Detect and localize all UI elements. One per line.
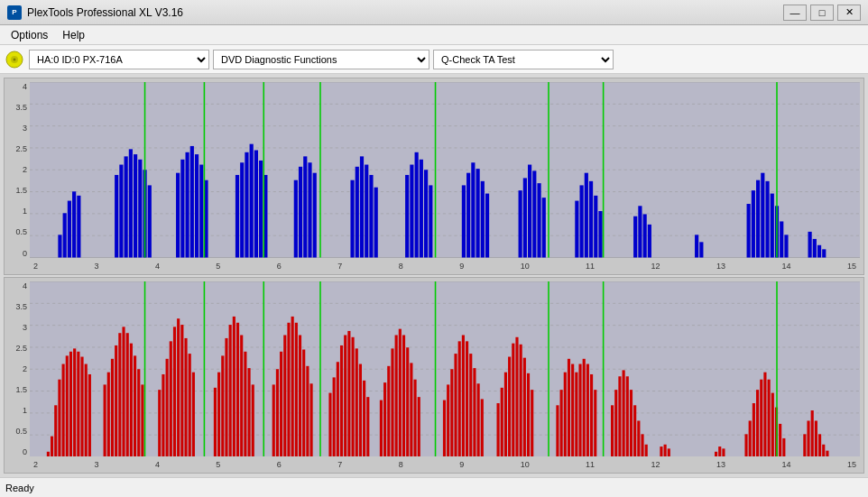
svg-rect-167	[310, 383, 313, 456]
svg-rect-139	[177, 318, 180, 456]
minimize-button[interactable]: —	[783, 5, 807, 21]
svg-rect-158	[276, 369, 279, 456]
svg-rect-151	[236, 322, 239, 456]
svg-rect-116	[69, 351, 72, 456]
svg-rect-141	[184, 337, 187, 456]
svg-rect-14	[68, 201, 71, 258]
svg-rect-186	[402, 335, 405, 456]
svg-rect-84	[648, 225, 651, 258]
svg-rect-217	[568, 358, 570, 456]
svg-rect-222	[586, 364, 589, 456]
close-button[interactable]: ✕	[837, 5, 861, 21]
svg-rect-138	[173, 327, 176, 456]
svg-rect-79	[598, 211, 602, 257]
svg-rect-77	[589, 181, 593, 258]
svg-rect-183	[391, 348, 393, 456]
svg-rect-114	[62, 364, 65, 456]
svg-rect-218	[571, 364, 574, 456]
svg-rect-137	[170, 341, 172, 456]
svg-rect-135	[162, 373, 164, 456]
svg-rect-89	[756, 180, 760, 258]
title-bar-title: PlexTools Professional XL V3.16	[27, 6, 183, 19]
svg-rect-26	[176, 173, 180, 258]
svg-rect-83	[643, 214, 647, 257]
svg-rect-76	[585, 173, 588, 258]
svg-rect-146	[217, 372, 220, 456]
svg-rect-28	[186, 152, 189, 258]
function-select[interactable]: DVD Diagnostic Functions	[213, 50, 429, 69]
svg-rect-37	[250, 144, 254, 258]
svg-rect-234	[641, 434, 643, 456]
svg-rect-247	[763, 372, 766, 456]
svg-rect-34	[235, 175, 239, 258]
svg-rect-155	[252, 384, 254, 456]
svg-rect-66	[485, 194, 489, 258]
svg-rect-24	[148, 185, 152, 257]
svg-rect-172	[340, 345, 343, 456]
svg-rect-122	[104, 384, 106, 456]
svg-rect-189	[414, 379, 417, 456]
drive-select[interactable]: HA:0 ID:0 PX-716A	[29, 50, 209, 69]
svg-rect-57	[420, 160, 423, 258]
svg-rect-187	[406, 347, 409, 456]
svg-rect-197	[462, 335, 465, 456]
svg-rect-143	[192, 372, 195, 456]
svg-rect-55	[410, 165, 413, 258]
svg-rect-18	[119, 165, 123, 258]
svg-rect-98	[813, 239, 817, 258]
svg-rect-259	[822, 444, 825, 456]
svg-rect-205	[504, 372, 507, 456]
svg-rect-78	[594, 196, 597, 258]
maximize-button[interactable]: □	[810, 5, 834, 21]
svg-rect-16	[77, 196, 80, 258]
title-bar-left: P PlexTools Professional XL V3.16	[7, 5, 183, 20]
svg-rect-255	[807, 420, 809, 456]
svg-rect-175	[352, 336, 355, 456]
svg-rect-208	[515, 336, 518, 456]
svg-rect-216	[564, 372, 567, 456]
menu-options[interactable]: Options	[4, 27, 55, 43]
svg-rect-171	[337, 362, 339, 456]
svg-rect-59	[429, 185, 432, 257]
svg-rect-215	[560, 390, 563, 456]
svg-rect-35	[240, 162, 244, 257]
svg-rect-195	[454, 354, 457, 456]
svg-rect-174	[347, 330, 350, 456]
svg-rect-236	[660, 446, 662, 456]
svg-rect-211	[527, 373, 530, 456]
top-chart-inner	[30, 82, 860, 258]
svg-rect-123	[107, 372, 110, 456]
svg-rect-193	[447, 384, 449, 456]
svg-rect-251	[779, 423, 781, 456]
svg-rect-249	[771, 392, 774, 456]
svg-rect-229	[623, 370, 625, 456]
svg-rect-12	[58, 235, 61, 257]
svg-rect-235	[645, 444, 648, 456]
svg-rect-51	[365, 165, 368, 258]
svg-rect-226	[611, 405, 614, 456]
svg-rect-56	[415, 152, 419, 258]
svg-rect-13	[63, 213, 67, 257]
svg-rect-119	[80, 356, 83, 456]
svg-rect-199	[469, 354, 472, 456]
toolbar: HA:0 ID:0 PX-716A DVD Diagnostic Functio…	[0, 45, 868, 74]
svg-rect-69	[528, 165, 531, 258]
svg-rect-86	[699, 242, 703, 257]
svg-rect-71	[537, 183, 540, 257]
svg-rect-210	[523, 357, 526, 456]
svg-rect-43	[299, 167, 302, 258]
svg-rect-170	[333, 377, 336, 456]
svg-rect-166	[306, 365, 309, 456]
menu-bar: Options Help	[0, 25, 868, 45]
menu-help[interactable]: Help	[55, 27, 92, 43]
status-bar: Ready	[0, 477, 868, 497]
test-select[interactable]: Q-Check TA Test	[433, 50, 614, 69]
top-chart-svg	[30, 82, 860, 258]
svg-rect-131	[137, 369, 140, 456]
svg-rect-153	[244, 351, 246, 456]
top-chart: 4 3.5 3 2.5 2 1.5 1 0.5 0	[4, 78, 864, 275]
svg-rect-173	[344, 335, 346, 456]
svg-rect-157	[272, 384, 275, 456]
svg-rect-44	[303, 156, 307, 257]
svg-rect-163	[295, 322, 298, 456]
